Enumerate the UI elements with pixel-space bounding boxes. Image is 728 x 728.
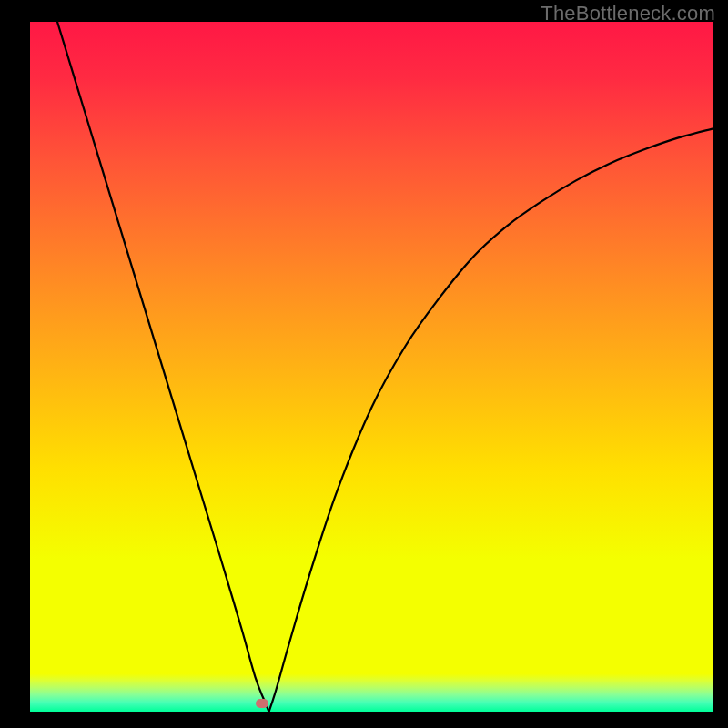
optimum-marker xyxy=(256,699,268,708)
chart-frame: TheBottleneck.com xyxy=(0,0,728,728)
bottleneck-chart xyxy=(30,22,713,712)
gradient-bg xyxy=(30,22,713,712)
plot-area xyxy=(30,22,713,712)
